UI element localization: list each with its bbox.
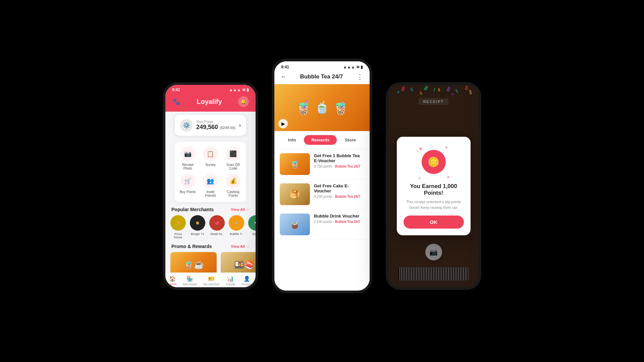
merchant-avatar-steak: 🥩 <box>209 215 225 231</box>
reward-title-1: Get Free 1 Bubble Tea E-Voucher <box>314 153 364 163</box>
bell-button[interactable]: 🔔 <box>238 96 249 107</box>
reward-item-3[interactable]: 🧉 Bubble Drink Voucher 2,100 points · Bu… <box>274 209 370 240</box>
action-label-scan: Scan QR Code <box>223 163 243 170</box>
merchant-name-steak: Steak ho.. <box>210 232 224 236</box>
signal-2: ▲▲▲ ≋ ▮ <box>343 65 363 69</box>
merchants-icon: 🏪 <box>186 276 193 282</box>
reward-item-1[interactable]: 🧋 Get Free 1 Bubble Tea E-Voucher 3,750 … <box>274 149 370 179</box>
reward-item-2[interactable]: 🥞 Get Free Cake E-Voucher 4,200 points ·… <box>274 179 370 209</box>
invite-icon: 👥 <box>203 174 218 188</box>
status-bar-1: 9:41 ▲▲▲ ≋ ▮ <box>165 85 256 94</box>
merchant-header: ← Bubble Tea 24/7 ⋮ <box>274 71 370 84</box>
dot-4 <box>447 176 449 178</box>
tab-info[interactable]: Info <box>281 135 304 145</box>
phone1-content: ⚙️ Your Points 249,560 ($249.56) › <box>165 112 256 290</box>
merchant-avatar-bubble: 🧋 <box>228 215 245 231</box>
merchants-list: 🍕 Pizza house 🍔 Burger 71 🥩 Steak ho.. 🧋… <box>165 215 256 242</box>
bell-icon: 🔔 <box>240 99 246 104</box>
reward-info-1: Get Free 1 Bubble Tea E-Voucher 3,750 po… <box>314 153 364 175</box>
action-label-cashing: Cashing Points <box>223 190 243 197</box>
nav-account-label: Account <box>241 283 253 286</box>
merchant-name-bubble: Bubble T.. <box>230 232 243 236</box>
app-title: Loyalify <box>197 98 222 106</box>
reward-img-1: 🧋 <box>280 153 310 175</box>
merchant-avatar-burger: 🍔 <box>190 215 206 231</box>
modal-icon-area: 🪙 <box>415 145 452 182</box>
action-buy-points[interactable]: 🛒 Buy Points <box>178 174 198 197</box>
action-receipt-photo[interactable]: 📷 Receipt Photo <box>178 146 198 170</box>
popular-merchants-header: Popular Merchants View All → <box>165 205 256 215</box>
nav-activity-label: Activity <box>226 283 235 286</box>
modal-overlay: 🪙 You Earned 1,000 Points! This receipt … <box>388 85 479 287</box>
points-card[interactable]: ⚙️ Your Points 249,560 ($249.56) › <box>175 115 246 136</box>
modal-description: This receipt unlocked a big points boost… <box>404 199 464 210</box>
modal-coin-icon: 🪙 <box>422 150 446 174</box>
chevron-right-icon: › <box>239 122 241 128</box>
reward-info-3: Bubble Drink Voucher 2,100 points · Bubb… <box>314 214 364 235</box>
signal-1: ▲▲▲ ≋ ▮ <box>229 87 249 92</box>
merchant-burger[interactable]: 🍔 Burger 71 <box>190 215 206 239</box>
coin-icon: 🪙 <box>428 157 439 168</box>
merchant-sushi[interactable]: 🍱 Sushi <box>248 215 256 239</box>
account-icon: 👤 <box>244 276 250 282</box>
dot-5 <box>419 177 420 179</box>
merchant-title: Bubble Tea 24/7 <box>300 73 343 80</box>
popular-merchants-view-all[interactable]: View All → <box>231 207 250 212</box>
tab-store[interactable]: Store <box>337 135 363 145</box>
nav-activity[interactable]: 📊 Activity <box>226 276 235 286</box>
merchant-bubble[interactable]: 🧋 Bubble T.. <box>228 215 245 239</box>
dot-2 <box>417 150 418 152</box>
time-1: 9:41 <box>172 87 180 92</box>
points-label: Your Points <box>196 120 235 124</box>
back-button[interactable]: ← <box>280 73 286 80</box>
action-survey[interactable]: 📋 Survey <box>201 146 220 170</box>
action-label-invite: Invite Friends <box>201 190 220 197</box>
points-badge-icon: ⚙️ <box>180 119 193 132</box>
play-button[interactable]: ▶ <box>278 119 288 128</box>
phone-merchant: 9:41 ▲▲▲ ≋ ▮ ← Bubble Tea 24/7 ⋮ 🧋 🍵 🧋 ▶… <box>272 59 372 293</box>
modal-ok-button[interactable]: OK <box>404 216 464 229</box>
modal-title: You Earned 1,000 Points! <box>404 183 464 196</box>
points-value: 249,560 ($249.56) <box>196 124 235 131</box>
promo-rewards-header: Promo & Rewards View All → <box>165 242 256 252</box>
reward-img-3: 🧉 <box>280 214 310 235</box>
action-label-survey: Survey <box>205 163 216 167</box>
merchant-avatar-pizza: 🍕 <box>170 215 186 231</box>
action-label-buy: Buy Points <box>180 190 196 194</box>
dot-1 <box>419 147 422 150</box>
cash-icon: 💰 <box>226 174 240 188</box>
merchant-name-pizza: Pizza house <box>170 232 186 239</box>
nav-voucher[interactable]: 🎫 My Voucher <box>203 276 219 286</box>
activity-icon: 📊 <box>227 276 234 282</box>
nav-home[interactable]: 🏠 Home <box>168 276 176 286</box>
time-2: 9:41 <box>281 65 289 69</box>
nav-merchants[interactable]: 🏪 Merchants <box>183 276 197 286</box>
popular-merchants-title: Popular Merchants <box>171 207 214 212</box>
action-invite-friends[interactable]: 👥 Invite Friends <box>201 174 220 197</box>
nav-account[interactable]: 👤 Account <box>241 276 253 286</box>
earned-points-modal: 🪙 You Earned 1,000 Points! This receipt … <box>397 137 471 235</box>
points-details: Your Points 249,560 ($249.56) <box>196 120 235 131</box>
status-bar-2: 9:41 ▲▲▲ ≋ ▮ <box>274 61 370 71</box>
merchant-tabs: Info Rewards Store <box>274 131 370 149</box>
action-scan-qr[interactable]: ⬛ Scan QR Code <box>223 146 243 170</box>
dot-3 <box>445 146 447 148</box>
phone2-content: 9:41 ▲▲▲ ≋ ▮ ← Bubble Tea 24/7 ⋮ 🧋 🍵 🧋 ▶… <box>274 61 370 282</box>
scanner-background: RECEIPT 📷 🪙 <box>388 85 479 287</box>
receipt-icon: 📷 <box>180 146 195 161</box>
merchant-name-burger: Burger 71 <box>191 232 204 236</box>
reward-img-2: 🥞 <box>280 183 310 205</box>
merchant-steak[interactable]: 🥩 Steak ho.. <box>209 215 225 239</box>
more-button[interactable]: ⋮ <box>357 73 364 81</box>
action-cashing-points[interactable]: 💰 Cashing Points <box>223 174 243 197</box>
phones-container: 9:41 ▲▲▲ ≋ ▮ 🐾 Loyalify 🔔 ⚙️ Your Points <box>163 69 481 293</box>
nav-voucher-label: My Voucher <box>203 283 219 286</box>
voucher-icon: 🎫 <box>208 276 215 282</box>
phone-home: 9:41 ▲▲▲ ≋ ▮ 🐾 Loyalify 🔔 ⚙️ Your Points <box>163 82 258 290</box>
promo-rewards-view-all[interactable]: View All → <box>231 244 250 248</box>
reward-info-2: Get Free Cake E-Voucher 4,200 points · B… <box>314 183 364 205</box>
tab-rewards[interactable]: Rewards <box>304 135 337 145</box>
merchant-pizza[interactable]: 🍕 Pizza house <box>170 215 186 239</box>
paw-icon: 🐾 <box>172 98 180 106</box>
reward-meta-3: 2,100 points · Bubble Tea 24/7 <box>314 220 364 224</box>
